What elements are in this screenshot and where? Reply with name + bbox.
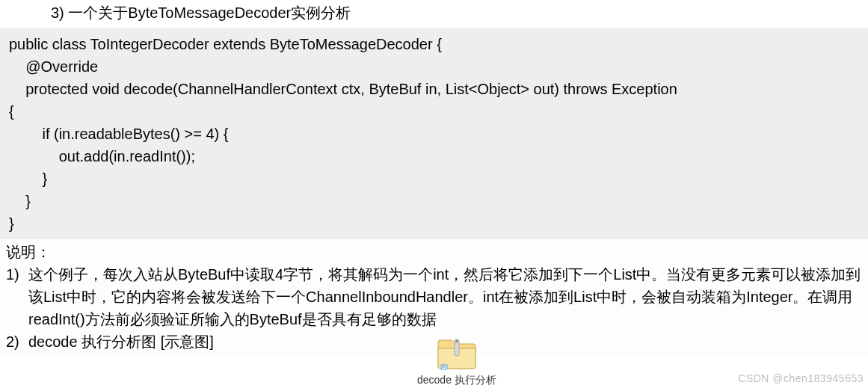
- code-line: out.add(in.readInt());: [9, 148, 195, 164]
- list-text: 这个例子，每次入站从ByteBuf中读取4字节，将其解码为一个int，然后将它添…: [28, 263, 862, 330]
- watermark: CSDN @chen183945653: [738, 371, 864, 387]
- folder-label: decode 执行分析: [417, 372, 496, 388]
- code-line: protected void decode(ChannelHandlerCont…: [9, 81, 677, 97]
- explain-title: 说明：: [6, 241, 862, 263]
- code-line: }: [9, 215, 14, 232]
- folder-shortcut[interactable]: decode 执行分析: [417, 338, 496, 388]
- folder-icon: [437, 338, 477, 371]
- list-item: 1) 这个例子，每次入站从ByteBuf中读取4字节，将其解码为一个int，然后…: [6, 263, 862, 330]
- section-heading: 3) 一个关于ByteToMessageDecoder实例分析: [0, 0, 868, 28]
- code-line: if (in.readableBytes() >= 4) {: [9, 126, 228, 142]
- code-line: }: [9, 170, 47, 187]
- list-number: 1): [6, 263, 28, 286]
- code-line: @Override: [9, 58, 98, 75]
- code-line: public class ToIntegerDecoder extends By…: [9, 36, 442, 52]
- code-line: {: [9, 103, 14, 120]
- list-number: 2): [6, 330, 28, 353]
- code-line: }: [9, 193, 31, 209]
- svg-rect-1: [455, 340, 458, 342]
- code-block: public class ToIntegerDecoder extends By…: [0, 28, 868, 239]
